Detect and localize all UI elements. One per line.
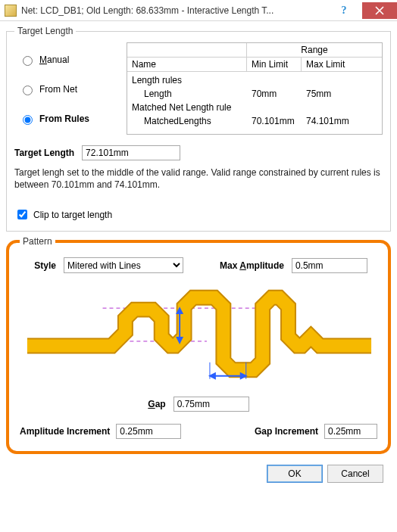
close-icon: [375, 6, 384, 15]
titlebar: Net: LCD_DB1; Old Length: 68.633mm - Int…: [0, 0, 397, 21]
source-radio-group: Manual From Net From Rules: [14, 42, 120, 135]
target-length-help: Target lengh set to the middle of the va…: [14, 166, 383, 191]
radio-from-net[interactable]: [23, 86, 33, 95]
rules-data-row: MatchedLengths70.101mm74.101mm: [127, 114, 382, 128]
window-title: Net: LCD_DB1; Old Length: 68.633mm - Int…: [21, 5, 327, 16]
pattern-illustration: [20, 279, 377, 391]
max-amplitude-label: Max Amplitude: [220, 260, 284, 271]
app-icon: [5, 5, 17, 17]
help-button[interactable]: ?: [327, 2, 361, 19]
close-button[interactable]: [362, 2, 397, 19]
max-amplitude-input[interactable]: [292, 258, 367, 273]
dialog-footer: OK Cancel: [6, 459, 391, 483]
amplitude-increment-label: Amplitude Increment: [20, 426, 110, 437]
radio-from-rules[interactable]: [23, 115, 33, 125]
gap-input[interactable]: [173, 397, 249, 412]
ok-button[interactable]: OK: [267, 465, 323, 483]
gap-label: Gap: [148, 399, 165, 409]
target-length-legend: Target Length: [14, 26, 76, 36]
rules-header-max: Max Limit: [302, 58, 382, 71]
radio-manual[interactable]: [23, 56, 33, 66]
rules-range-header: Range: [247, 43, 382, 57]
cancel-button[interactable]: Cancel: [327, 465, 383, 483]
amplitude-increment-input[interactable]: [116, 424, 181, 439]
clip-label: Clip to target length: [33, 210, 112, 220]
rules-header-name: Name: [127, 58, 247, 71]
radio-from-net-label: From Net: [39, 84, 77, 95]
target-length-label: Target Length: [14, 148, 74, 158]
pattern-group: Pattern Style Mitered with Lines Max Amp…: [6, 236, 391, 454]
radio-manual-label: Manual: [39, 54, 69, 65]
style-label: Style: [20, 260, 56, 271]
rules-section-row: Matched Net Length rule: [127, 101, 382, 114]
rules-body: Length rulesLength70mm75mmMatched Net Le…: [127, 72, 382, 134]
gap-increment-label: Gap Increment: [255, 426, 318, 437]
radio-from-rules-label: From Rules: [39, 114, 89, 124]
style-combo[interactable]: Mitered with Lines: [64, 257, 183, 273]
clip-checkbox[interactable]: [17, 210, 27, 219]
rules-table: Range Name Min Limit Max Limit Length ru…: [127, 42, 383, 135]
target-length-input[interactable]: [82, 145, 180, 160]
target-length-group: Target Length Manual From Net From Rules: [6, 26, 391, 232]
gap-increment-input[interactable]: [324, 424, 377, 439]
rules-data-row: Length70mm75mm: [127, 87, 382, 101]
rules-section-row: Length rules: [127, 73, 382, 87]
pattern-legend: Pattern: [20, 236, 55, 247]
rules-header-min: Min Limit: [247, 58, 302, 71]
